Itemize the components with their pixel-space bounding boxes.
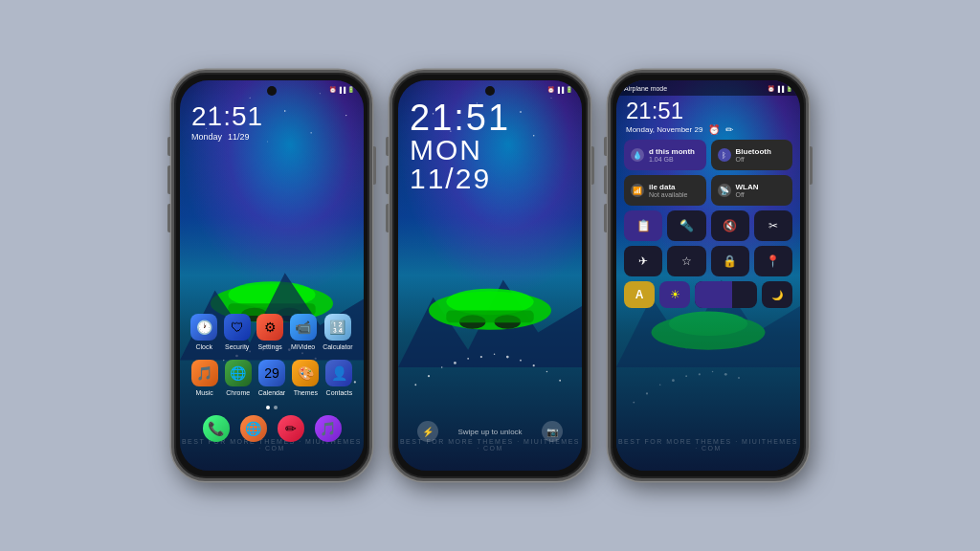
- svg-rect-38: [446, 311, 533, 323]
- control-time-num: 21:51: [626, 98, 733, 124]
- data-tile-content: d this month 1.04 GB: [649, 147, 700, 163]
- lock-tile[interactable]: 🔒: [711, 246, 749, 276]
- svg-point-7: [267, 142, 268, 143]
- camera-punch-hole-2: [485, 86, 495, 96]
- svg-point-53: [669, 311, 747, 336]
- app-chrome-label: Chrome: [226, 389, 250, 396]
- page-dots: [188, 406, 356, 409]
- bluetooth-icon: ᛒ: [718, 148, 731, 162]
- svg-point-46: [506, 356, 509, 359]
- brightness-slider[interactable]: [695, 281, 757, 308]
- app-settings[interactable]: ⚙ Settings: [256, 314, 283, 350]
- auto-brightness-button[interactable]: A: [624, 281, 655, 308]
- tiles-row-1: 💧 d this month 1.04 GB ᛒ Bluetooth Off: [624, 140, 792, 170]
- clock-widget: 21:51 Monday 11/29: [191, 101, 263, 142]
- phone-lockscreen: ⏰ ▐▐ 🔋 21:51 MON 11/29 ⚡ Swipe up to unl…: [390, 70, 590, 481]
- volume-silent-button: [167, 137, 170, 156]
- scissors-tile[interactable]: ✂: [754, 210, 792, 241]
- mobile-tile-status: Not available: [649, 191, 700, 198]
- control-time-day: Monday, November 29: [626, 125, 702, 134]
- app-contacts[interactable]: 👤 Contacts: [325, 360, 352, 396]
- control-time-row: Monday, November 29 ⏰ ✏: [626, 124, 733, 135]
- camera-icon[interactable]: 📷: [542, 421, 563, 442]
- data-tile-value: 1.04 GB: [649, 156, 700, 163]
- svg-point-55: [646, 392, 648, 394]
- data-tile-title: d this month: [649, 147, 700, 156]
- data-icon: 💧: [631, 148, 644, 162]
- power-button: [373, 146, 376, 185]
- app-browser[interactable]: 🌐: [240, 415, 267, 442]
- wlan-tile-status: Off: [736, 191, 787, 198]
- svg-point-40: [428, 375, 430, 377]
- app-calculator[interactable]: 🔢 Calculator: [323, 314, 353, 350]
- wlan-tile[interactable]: 📡 WLAN Off: [711, 175, 793, 206]
- mobile-tile-content: ile data Not available: [649, 183, 700, 198]
- data-usage-tile[interactable]: 💧 d this month 1.04 GB: [624, 140, 706, 170]
- app-music[interactable]: 🎵 Music: [191, 360, 218, 396]
- app-chrome[interactable]: 🌐 Chrome: [225, 360, 252, 396]
- flashlight-icon[interactable]: ⚡: [417, 421, 438, 442]
- svg-point-57: [672, 379, 675, 382]
- edit-icon: ✏: [725, 124, 733, 135]
- volume-silent-button-2: [386, 137, 389, 156]
- phone-control-center: Airplane mode ⏰ ▐▐ 🔋 21:51 Monday, Novem…: [608, 70, 809, 481]
- quick-tiles-row-2: ✈ ☆ 🔒 📍: [624, 246, 792, 276]
- volume-up-button-3: [604, 165, 607, 194]
- svg-point-45: [494, 354, 495, 355]
- svg-point-41: [441, 366, 442, 367]
- airplane-tile[interactable]: ✈: [624, 246, 662, 276]
- volume-up-button-2: [386, 165, 389, 194]
- app-mivideo[interactable]: 📹 MiVideo: [290, 314, 317, 350]
- volume-down-button-2: [386, 204, 389, 232]
- app-phone[interactable]: 📞: [203, 415, 230, 442]
- flashlight-tile[interactable]: 🔦: [667, 210, 705, 241]
- app-clock-label: Clock: [195, 343, 212, 350]
- app-security-label: Security: [225, 343, 249, 350]
- bt-tile-content: Bluetooth Off: [736, 147, 787, 163]
- control-clock: 21:51 Monday, November 29 ⏰ ✏: [626, 98, 733, 135]
- dark-tile[interactable]: 🌙: [762, 281, 792, 308]
- svg-point-48: [533, 364, 535, 366]
- lock-date: 11/29: [410, 165, 570, 193]
- mobile-data-icon: 📶: [631, 184, 644, 197]
- svg-point-62: [738, 377, 740, 379]
- lock-clock: 21:51 MON 11/29: [410, 99, 570, 193]
- app-calculator-label: Calculator: [323, 343, 353, 350]
- airplane-mode-label: Airplane mode: [624, 85, 667, 92]
- app-settings-label: Settings: [258, 343, 282, 350]
- quick-tiles-row-1: 📋 🔦 🔇 ✂: [624, 210, 792, 241]
- star-tile[interactable]: ☆: [667, 246, 705, 276]
- app-clock-icon: 🕐: [190, 314, 217, 341]
- mute-tile[interactable]: 🔇: [711, 210, 749, 241]
- screen-record-tile[interactable]: 📋: [624, 210, 662, 241]
- svg-point-2: [284, 110, 285, 111]
- app-clock[interactable]: 🕐 Clock: [190, 314, 217, 350]
- app-calendar[interactable]: 29 Calendar: [258, 360, 285, 396]
- volume-down-button-3: [604, 204, 607, 232]
- app-themes[interactable]: 🎨 Themes: [292, 360, 319, 396]
- tiles-row-2: 📶 ile data Not available 📡 WLAN Off: [624, 175, 792, 206]
- phone-home: ⏰ ▐▐ 🔋 21:51 Monday 11/29 🕐 Clock: [171, 70, 372, 481]
- svg-point-43: [467, 358, 469, 360]
- lock-day: MON: [410, 136, 570, 165]
- bluetooth-tile[interactable]: ᛒ Bluetooth Off: [711, 140, 793, 170]
- svg-point-30: [551, 98, 552, 99]
- page-dot-1: [266, 406, 270, 409]
- mobile-data-tile[interactable]: 📶 ile data Not available: [624, 175, 706, 206]
- app-mivideo-icon: 📹: [290, 314, 317, 341]
- clock-day: Monday: [191, 132, 222, 142]
- app-chrome-icon: 🌐: [225, 360, 252, 386]
- location-tile[interactable]: 📍: [754, 246, 792, 276]
- wlan-icon: 📡: [718, 184, 731, 197]
- app-media[interactable]: 🎵: [315, 415, 342, 442]
- app-security[interactable]: 🛡 Security: [224, 314, 251, 350]
- svg-point-42: [454, 362, 457, 364]
- svg-point-50: [559, 380, 561, 382]
- app-calendar-icon: 29: [258, 360, 285, 386]
- power-button-2: [591, 146, 594, 185]
- app-media-icon: 🎵: [315, 415, 342, 442]
- app-notes[interactable]: ✏: [278, 415, 304, 442]
- svg-point-47: [520, 360, 522, 362]
- svg-point-6: [310, 132, 311, 133]
- app-phone-icon: 📞: [203, 415, 230, 442]
